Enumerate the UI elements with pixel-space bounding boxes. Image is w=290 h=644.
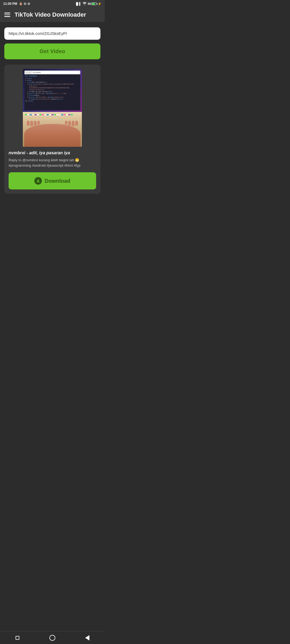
status-bar: 11:00 PM 🦉 ⊙ ⊙ ▐▌▌ 80 ⚡ <box>0 0 105 8</box>
charging-icon: ⚡ <box>98 2 102 6</box>
video-thumbnail: Hai cantikkkk Hai cantikkkk 1 <html> 2 <… <box>9 69 96 147</box>
thumbnail-wrapper: Hai cantikkkk Hai cantikkkk 1 <html> 2 <… <box>23 69 82 147</box>
status-indicators: ▐▌▌ 80 ⚡ <box>75 2 102 6</box>
get-video-button[interactable]: Get Video <box>4 43 100 59</box>
download-label: Download <box>45 178 70 184</box>
battery-indicator: 80 ⚡ <box>88 2 102 6</box>
video-title: nvmbrxi - adit, iya pasaran iya <box>9 151 96 155</box>
thumbnail-code-section: Hai cantikkkk Hai cantikkkk 1 <html> 2 <… <box>23 69 82 112</box>
video-description: Reply to @nvmbrxi kurang lebih begini la… <box>9 158 96 168</box>
wifi-icon <box>83 2 86 6</box>
app-header: TikTok Video Downloader <box>0 8 105 22</box>
thumbnail-keyboard-section <box>23 112 82 147</box>
code-content: Hai cantikkkk 1 <html> 2 <body> 3 <h1>Ha… <box>24 74 80 110</box>
main-content: Get Video Hai cantikkkk Hai can <box>0 22 105 204</box>
download-button[interactable]: Download <box>9 172 96 189</box>
battery-percent: 80 <box>88 2 91 5</box>
signal-icon: ▐▌▌ <box>75 2 81 5</box>
browser-bar: Hai cantikkkk <box>24 71 80 74</box>
menu-button[interactable] <box>4 13 10 17</box>
download-icon <box>34 177 42 185</box>
notification-icons: 🦉 ⊙ ⊙ <box>19 2 30 6</box>
url-input-container <box>4 27 100 40</box>
status-time: 11:00 PM 🦉 ⊙ ⊙ <box>3 2 30 6</box>
keyboard-visual <box>23 112 82 147</box>
time-display: 11:00 PM <box>3 2 17 6</box>
app-title: TikTok Video Downloader <box>15 11 86 18</box>
video-card: Hai cantikkkk Hai cantikkkk 1 <html> 2 <… <box>4 65 100 194</box>
url-input[interactable] <box>9 31 96 36</box>
